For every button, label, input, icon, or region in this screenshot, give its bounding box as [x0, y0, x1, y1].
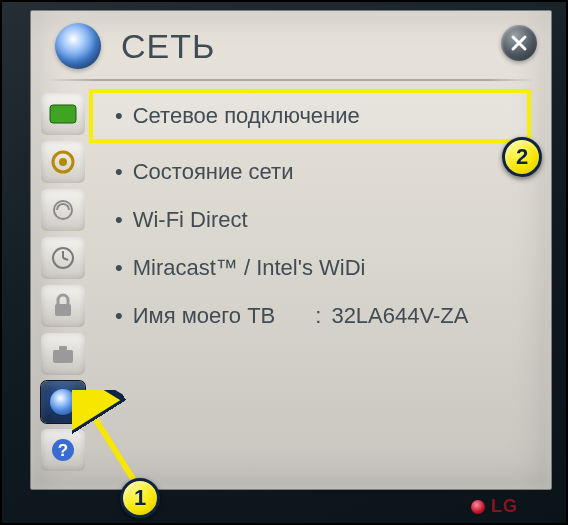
menu-item-label: Сетевое подключение: [133, 103, 360, 129]
close-icon: [510, 34, 528, 52]
brand-text: LG: [491, 496, 518, 517]
brand-dot-icon: [471, 500, 485, 514]
bullet-icon: •: [115, 207, 123, 233]
brand-logo: LG: [471, 496, 518, 517]
tv-frame: СЕТЬ: [0, 0, 568, 525]
bullet-icon: •: [115, 303, 123, 329]
menu-item-network-connection[interactable]: • Сетевое подключение: [89, 89, 531, 143]
menu-item-label: Miracast™ / Intel's WiDi: [133, 255, 366, 281]
clock-icon: [50, 245, 76, 271]
menu-item-label: Состояние сети: [133, 159, 294, 185]
sidebar-item-option[interactable]: [41, 333, 85, 375]
bullet-icon: •: [115, 255, 123, 281]
svg-rect-11: [59, 346, 67, 350]
menu-item-network-status[interactable]: • Состояние сети: [97, 159, 523, 185]
close-button[interactable]: [501, 25, 537, 61]
menu-item-wifi-direct[interactable]: • Wi-Fi Direct: [97, 207, 523, 233]
sidebar-item-picture[interactable]: [41, 93, 85, 135]
menu-item-label: Wi-Fi Direct: [133, 207, 248, 233]
page-title: СЕТЬ: [121, 27, 215, 66]
tv-name-colon: :: [315, 303, 321, 329]
briefcase-icon: [51, 342, 75, 366]
svg-rect-2: [50, 105, 76, 123]
bullet-icon: •: [115, 159, 123, 185]
svg-line-8: [63, 258, 68, 260]
svg-rect-9: [55, 304, 71, 316]
bullet-icon: •: [115, 103, 123, 129]
menu-item-miracast[interactable]: • Miracast™ / Intel's WiDi: [97, 255, 523, 281]
annotation-callout-1: 1: [120, 478, 160, 518]
network-menu: • Сетевое подключение • Состояние сети •…: [97, 103, 523, 329]
lock-icon: [52, 293, 74, 319]
picture-icon: [49, 104, 77, 124]
sidebar-item-sound[interactable]: [41, 141, 85, 183]
annotation-number: 2: [516, 144, 528, 170]
sound-icon: [50, 149, 76, 175]
annotation-number: 1: [134, 485, 146, 511]
header-divider: [47, 79, 535, 81]
svg-text:?: ?: [58, 441, 68, 460]
sidebar-item-time[interactable]: [41, 237, 85, 279]
tv-name-label: Имя моего ТВ: [133, 303, 276, 329]
menu-item-tv-name[interactable]: • Имя моего ТВ : 32LA644V-ZA: [97, 303, 523, 329]
satellite-icon: [50, 197, 76, 223]
annotation-callout-2: 2: [502, 137, 542, 177]
tv-name-value: 32LA644V-ZA: [331, 303, 468, 329]
svg-point-4: [59, 158, 67, 166]
sidebar-item-channel[interactable]: [41, 189, 85, 231]
sidebar-item-lock[interactable]: [41, 285, 85, 327]
svg-rect-10: [53, 350, 73, 363]
header: СЕТЬ: [55, 23, 215, 69]
globe-icon: [55, 23, 101, 69]
